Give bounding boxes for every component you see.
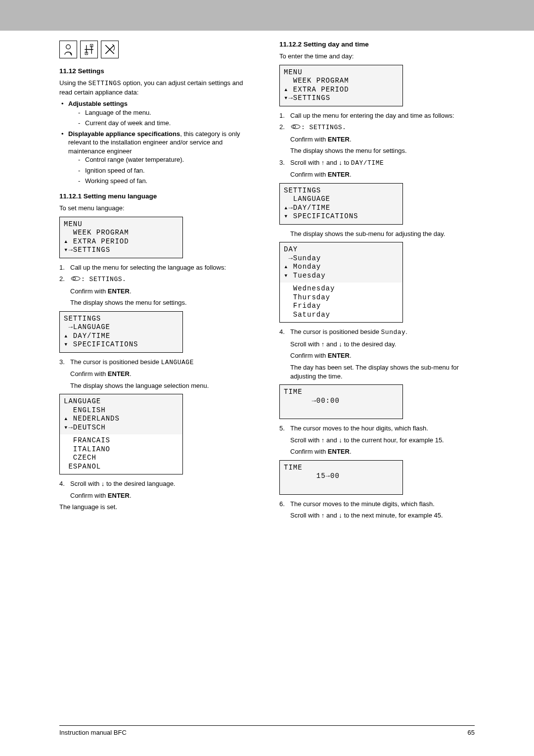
settings-display-2: SETTINGS LANGUAGE ▴→DAY/TIME ▾ SPECIFICA… xyxy=(279,183,403,225)
menu-display-2: MENU WEEK PROGRAM ▴ EXTRA PERIOD ▾→SETTI… xyxy=(279,65,403,106)
r-step-3-display: The display shows the sub-menu for adjus… xyxy=(279,230,475,238)
roll-icon xyxy=(290,123,301,132)
step-2: : SETTINGS. xyxy=(59,275,255,284)
sub1-closing: The language is set. xyxy=(59,503,255,512)
settings-display: SETTINGS →LANGUAGE ▴ DAY/TIME ▾ SPECIFIC… xyxy=(59,311,183,353)
step-2-confirm: Confirm with ENTER. xyxy=(59,287,255,296)
r-step-1: Call up the menu for entering the day an… xyxy=(279,111,475,120)
r-step-2-label: : SETTINGS. xyxy=(301,124,346,131)
time-display-2: TIME 15→00 xyxy=(279,460,403,495)
r-step-6-scroll: Scroll with ↑ and ↓ to the next minute, … xyxy=(279,511,475,520)
sub2-steps: Call up the menu for entering the day an… xyxy=(279,111,475,132)
left-column: 11.12 Settings Using the SETTINGS option… xyxy=(59,41,255,523)
section-intro: Using the SETTINGS option, you can adjus… xyxy=(59,79,255,96)
svg-point-0 xyxy=(66,45,71,49)
bullet-adjustable: Adjustable settings xyxy=(68,100,128,107)
right-column: 11.12.2 Setting day and time To enter th… xyxy=(279,41,475,523)
sub1-intro: To set menu language: xyxy=(59,204,255,213)
dash-item: Working speed of fan. xyxy=(68,177,255,186)
time-display-1: TIME →00:00 xyxy=(279,384,403,419)
user-icon xyxy=(59,41,77,58)
top-banner xyxy=(0,0,534,31)
settings-bullets: Adjustable settings Language of the menu… xyxy=(59,99,255,186)
r-step-2: : SETTINGS. xyxy=(279,123,475,132)
step-4: Scroll with ↓ to the desired language. xyxy=(59,479,255,488)
maintenance-icon xyxy=(80,41,98,58)
r-step-5-scroll: Scroll with ↑ and ↓ to the current hour,… xyxy=(279,436,475,445)
r-step-4: The cursor is positioned beside Sunday. xyxy=(279,328,475,337)
step-2-display: The display shows the menu for settings. xyxy=(59,298,255,307)
step-3-confirm: Confirm with ENTER. xyxy=(59,370,255,378)
sub2-steps-6: The cursor moves to the minute digits, w… xyxy=(279,500,475,509)
r-step-4-display: The day has been set. The display shows … xyxy=(279,363,475,380)
footer: Instruction manual BFC 65 xyxy=(59,725,475,736)
sub2-steps-4: The cursor is positioned beside Sunday. xyxy=(279,328,475,337)
language-display-ext: FRANCAIS ITALIANO CZECH ESPANOL xyxy=(59,434,183,474)
dash-item: Control range (water temperature). xyxy=(68,155,255,164)
roll-icon xyxy=(70,275,81,284)
sub2-heading: 11.12.2 Setting day and time xyxy=(279,41,475,48)
section-heading: 11.12 Settings xyxy=(59,67,255,75)
day-display-ext: Wednesday Thursday Friday Saturday xyxy=(279,283,403,323)
svg-point-6 xyxy=(293,125,296,128)
r-step-6: The cursor moves to the minute digits, w… xyxy=(279,500,475,509)
language-display: LANGUAGE ENGLISH ▴ NEDERLANDS ▾→DEUTSCH xyxy=(59,394,183,435)
sub1-steps-4: Scroll with ↓ to the desired language. xyxy=(59,479,255,488)
sub2-intro: To enter the time and day: xyxy=(279,52,475,61)
step-1: Call up the menu for selecting the langu… xyxy=(59,263,255,272)
dash-item: Language of the menu. xyxy=(68,108,255,117)
sub2-steps-5: The cursor moves to the hour digits, whi… xyxy=(279,424,475,433)
r-step-2-display: The display shows the menu for settings. xyxy=(279,146,475,155)
sub1-steps: Call up the menu for selecting the langu… xyxy=(59,263,255,284)
footer-right: 65 xyxy=(468,729,475,736)
r-step-3-confirm: Confirm with ENTER. xyxy=(279,170,475,179)
step-3-display: The display shows the language selection… xyxy=(59,381,255,390)
r-step-3: Scroll with ↑ and ↓ to DAY/TIME xyxy=(279,158,475,168)
cancel-icon xyxy=(101,41,119,58)
sub1-heading: 11.12.1 Setting menu language xyxy=(59,192,255,200)
icon-row xyxy=(59,41,255,58)
r-step-4-confirm: Confirm with ENTER. xyxy=(279,351,475,360)
day-display: DAY →Sunday ▴ Monday ▾ Tuesday xyxy=(279,242,403,284)
bullet-displayable: Displayable appliance specifications xyxy=(68,130,180,138)
dash-item: Ignition speed of fan. xyxy=(68,166,255,175)
step-3: The cursor is positioned beside LANGUAGE xyxy=(59,358,255,367)
r-step-2-confirm: Confirm with ENTER. xyxy=(279,135,475,144)
footer-left: Instruction manual BFC xyxy=(59,729,127,736)
menu-display: MENU WEEK PROGRAM ▴ EXTRA PERIOD ▾→SETTI… xyxy=(59,217,183,258)
dash-item: Current day of week and time. xyxy=(68,119,255,128)
r-step-4-scroll: Scroll with ↑ and ↓ to the desired day. xyxy=(279,340,475,349)
content-area: 11.12 Settings Using the SETTINGS option… xyxy=(0,31,534,523)
step-2-label: : SETTINGS. xyxy=(81,276,126,283)
svg-point-4 xyxy=(73,277,76,280)
sub1-steps-cont: The cursor is positioned beside LANGUAGE xyxy=(59,358,255,367)
r-step-5: The cursor moves to the hour digits, whi… xyxy=(279,424,475,433)
sub2-steps-3: Scroll with ↑ and ↓ to DAY/TIME xyxy=(279,158,475,168)
r-step-5-confirm: Confirm with ENTER. xyxy=(279,447,475,456)
step-4-confirm: Confirm with ENTER. xyxy=(59,491,255,500)
